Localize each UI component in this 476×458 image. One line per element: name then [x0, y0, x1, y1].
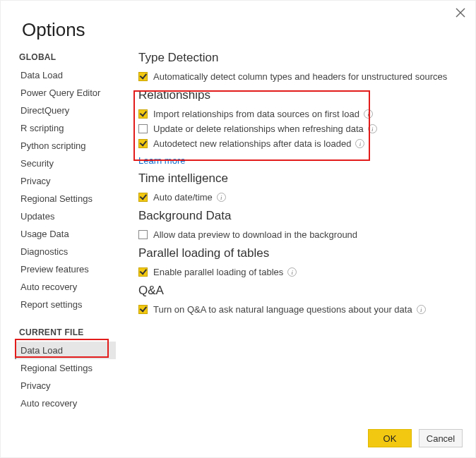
- group-title-time-intelligence: Time intelligence: [138, 171, 463, 186]
- option-row: Import relationships from data sources o…: [138, 107, 463, 121]
- info-icon[interactable]: i: [417, 305, 426, 314]
- option-label: Enable parallel loading of tables: [153, 267, 283, 277]
- learn-more-link[interactable]: Learn more: [138, 151, 185, 167]
- content-pane[interactable]: Type DetectionAutomatically detect colum…: [117, 45, 475, 419]
- sidebar-section-global: GLOBAL: [15, 45, 116, 66]
- sidebar-item-updates[interactable]: Updates: [15, 207, 116, 225]
- sidebar-item-privacy[interactable]: Privacy: [15, 172, 116, 190]
- group-title-relationships: Relationships: [138, 88, 463, 102]
- info-icon[interactable]: i: [355, 139, 364, 148]
- options-dialog: Options GLOBAL Data LoadPower Query Edit…: [0, 0, 476, 458]
- option-row: Turn on Q&A to ask natural language ques…: [138, 302, 463, 317]
- sidebar-item-python-scripting[interactable]: Python scripting: [15, 137, 116, 155]
- sidebar-item-diagnostics[interactable]: Diagnostics: [15, 243, 116, 260]
- checkbox[interactable]: [138, 72, 148, 81]
- sidebar-item-power-query-editor[interactable]: Power Query Editor: [15, 84, 116, 102]
- checkbox[interactable]: [138, 109, 148, 119]
- sidebar: GLOBAL Data LoadPower Query EditorDirect…: [15, 45, 117, 419]
- info-icon[interactable]: i: [287, 267, 297, 277]
- option-row: Automatically detect column types and he…: [138, 69, 463, 84]
- info-icon[interactable]: i: [364, 109, 373, 119]
- sidebar-item-directquery[interactable]: DirectQuery: [15, 102, 116, 119]
- option-label: Allow data preview to download in the ba…: [153, 229, 357, 240]
- dialog-footer: OK Cancel: [368, 429, 463, 447]
- sidebar-item-regional-settings[interactable]: Regional Settings: [15, 359, 116, 377]
- sidebar-item-usage-data[interactable]: Usage Data: [15, 225, 116, 243]
- sidebar-item-r-scripting[interactable]: R scripting: [15, 119, 116, 137]
- info-icon[interactable]: i: [368, 124, 377, 133]
- option-label: Automatically detect column types and he…: [153, 71, 447, 82]
- checkbox[interactable]: [138, 139, 148, 148]
- group-title-background-data: Background Data: [138, 209, 463, 223]
- sidebar-item-preview-features[interactable]: Preview features: [15, 260, 116, 278]
- option-row: Update or delete relationships when refr…: [138, 121, 463, 136]
- sidebar-item-auto-recovery[interactable]: Auto recovery: [15, 278, 116, 296]
- dialog-title: Options: [1, 1, 475, 45]
- option-row: Autodetect new relationships after data …: [138, 136, 463, 151]
- option-label: Import relationships from data sources o…: [153, 109, 359, 119]
- sidebar-item-data-load[interactable]: Data Load: [15, 342, 116, 359]
- sidebar-item-regional-settings[interactable]: Regional Settings: [15, 190, 116, 207]
- close-icon[interactable]: [456, 8, 465, 20]
- ok-button[interactable]: OK: [368, 429, 412, 447]
- checkbox[interactable]: [138, 124, 148, 133]
- option-label: Autodetect new relationships after data …: [153, 138, 351, 149]
- dialog-body: GLOBAL Data LoadPower Query EditorDirect…: [1, 45, 475, 419]
- group-title-parallel-loading-of-tables: Parallel loading of tables: [138, 246, 463, 260]
- option-row: Auto date/timei: [138, 190, 463, 205]
- sidebar-item-privacy[interactable]: Privacy: [15, 377, 116, 394]
- sidebar-item-security[interactable]: Security: [15, 155, 116, 172]
- sidebar-item-data-load[interactable]: Data Load: [15, 66, 116, 84]
- sidebar-item-report-settings[interactable]: Report settings: [15, 296, 116, 313]
- cancel-button[interactable]: Cancel: [419, 429, 463, 447]
- option-label: Auto date/time: [153, 192, 213, 203]
- checkbox[interactable]: [138, 193, 148, 202]
- sidebar-section-current: CURRENT FILE: [15, 320, 116, 342]
- group-title-type-detection: Type Detection: [138, 51, 463, 65]
- option-row: Enable parallel loading of tablesi: [138, 265, 463, 279]
- option-row: Allow data preview to download in the ba…: [138, 227, 463, 242]
- sidebar-item-auto-recovery[interactable]: Auto recovery: [15, 394, 116, 412]
- checkbox[interactable]: [138, 267, 148, 277]
- option-label: Turn on Q&A to ask natural language ques…: [153, 304, 412, 315]
- checkbox[interactable]: [138, 305, 148, 314]
- option-label: Update or delete relationships when refr…: [153, 123, 364, 134]
- sidebar-scroll[interactable]: GLOBAL Data LoadPower Query EditorDirect…: [15, 45, 117, 419]
- checkbox[interactable]: [138, 230, 148, 239]
- info-icon[interactable]: i: [217, 193, 226, 202]
- group-title-q-a: Q&A: [138, 284, 463, 298]
